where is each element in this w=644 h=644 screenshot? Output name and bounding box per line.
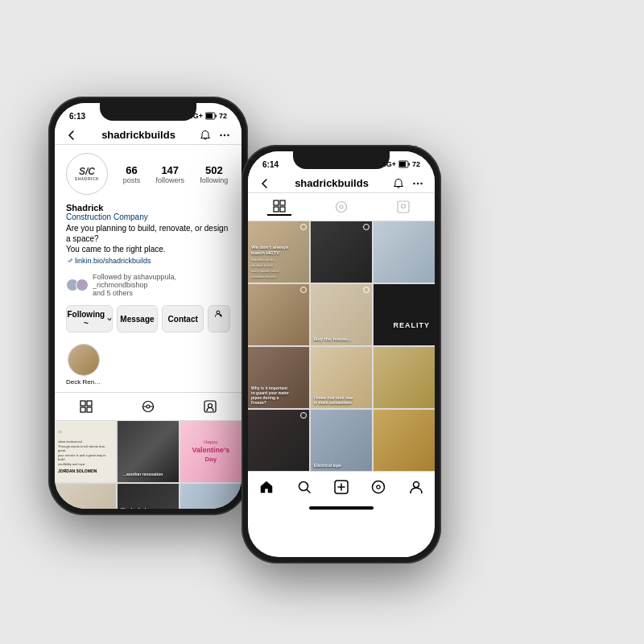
home-indicator-2 [248, 501, 435, 515]
add-icon-2 [334, 480, 349, 494]
svg-point-45 [301, 412, 307, 418]
nav-bar-2: shadrickbuilds [248, 174, 435, 193]
svg-rect-33 [274, 200, 279, 205]
svg-point-3 [220, 134, 221, 135]
person-icon [215, 310, 223, 318]
p2-grid-item-3[interactable] [374, 221, 435, 283]
p2-grid-item-6[interactable]: REALITY [374, 284, 435, 345]
svg-rect-39 [398, 201, 409, 213]
bell-icon-2[interactable] [393, 178, 404, 189]
p2-grid-item-12[interactable] [374, 410, 435, 471]
svg-point-43 [301, 287, 307, 292]
tab-reels-1[interactable] [136, 398, 160, 415]
tab-reels-2[interactable] [329, 198, 353, 216]
p2-grid-item-11[interactable]: Electrical tape [311, 410, 372, 471]
p2-grid-item-9[interactable] [374, 347, 435, 408]
bell-icon-1[interactable] [200, 130, 211, 141]
svg-point-18 [208, 404, 213, 408]
reels-nav-icon-2 [371, 480, 386, 494]
photo-grid-2: We don't alwayswatch HGTVBut when we do,… [248, 221, 435, 471]
nav-username-1: shadrickbuilds [101, 129, 175, 141]
tab-bar-1 [55, 393, 242, 421]
back-icon-2[interactable] [259, 178, 270, 189]
more-icon-1[interactable] [219, 130, 230, 141]
p2-grid-item-7[interactable]: Why is it importantto guard your waterpi… [248, 347, 309, 408]
reels-icon-1 [142, 400, 155, 413]
posts-label: posts [123, 176, 141, 184]
tab-tagged-1[interactable] [198, 398, 222, 415]
followers-label: followers [155, 176, 184, 184]
tab-tagged-2[interactable] [391, 198, 415, 216]
svg-rect-1 [215, 115, 217, 118]
reels-nav-2[interactable] [364, 477, 393, 497]
bio-link-1[interactable]: linkin.bio/shadrickbuilds [66, 257, 230, 265]
highlight-circle-1 [68, 344, 100, 376]
bio-text-1: Are you planning to build, renovate, or … [66, 223, 230, 254]
back-icon-1[interactable] [66, 130, 77, 141]
tab-grid-2[interactable] [267, 198, 291, 216]
bio-category-1: Construction Company [66, 213, 230, 221]
p2-grid-item-5[interactable]: Buy the house... [311, 284, 372, 345]
tab-grid-1[interactable] [74, 398, 98, 415]
reel-badge-icon-4 [363, 287, 369, 293]
contact-button[interactable]: Contact [162, 305, 204, 332]
following-stat[interactable]: 502 following [200, 164, 228, 184]
svg-point-41 [301, 225, 307, 230]
message-button[interactable]: Message [117, 305, 159, 332]
scene: 6:13 5G+ 72 [0, 0, 644, 644]
svg-point-30 [413, 182, 415, 184]
follower-avatars-1 [66, 279, 89, 291]
svg-line-47 [307, 489, 310, 493]
svg-point-38 [340, 205, 343, 208]
svg-point-37 [336, 202, 346, 213]
status-time-1: 6:13 [69, 112, 85, 121]
svg-point-44 [364, 287, 369, 292]
p2-grid-item-4[interactable] [248, 284, 309, 345]
notch-2 [293, 151, 390, 169]
battery-pct-1: 72 [219, 112, 227, 120]
more-icon-2[interactable] [412, 178, 423, 189]
grid-item-1-6[interactable] [180, 484, 242, 509]
grid-item-1-3[interactable]: Happy Valentine's Day [180, 421, 242, 482]
notch [100, 103, 196, 121]
grid-item-1-2[interactable]: ...another renovation [118, 421, 179, 482]
search-nav-2[interactable] [290, 477, 319, 497]
highlight-deck[interactable]: Deck Renov... [66, 344, 101, 386]
svg-point-52 [377, 485, 380, 489]
p2-grid-item-2[interactable] [311, 221, 372, 283]
tagged-icon-2 [397, 200, 410, 213]
posts-stat: 66 posts [123, 164, 141, 184]
p2-grid-item-10[interactable] [248, 410, 309, 471]
followers-stat[interactable]: 147 followers [155, 164, 184, 184]
photo-grid-1: " client testimonialThrough words to tel… [55, 421, 242, 509]
svg-rect-35 [274, 207, 279, 212]
person-add-button[interactable] [208, 305, 230, 332]
bottom-nav-2 [248, 471, 435, 501]
following-button[interactable]: Following ~ [66, 305, 113, 332]
reel-badge-icon-1 [300, 224, 307, 230]
grid-item-1-4[interactable] [55, 484, 116, 509]
bio-section-1: Shadrick Construction Company Are you pl… [55, 201, 242, 270]
grid-item-1-1[interactable]: " client testimonialThrough words to tel… [55, 421, 116, 482]
following-num: 502 [205, 164, 223, 176]
chevron-down-icon [107, 316, 112, 322]
stats-1: 66 posts 147 followers 502 following [121, 164, 230, 184]
tagged-icon-1 [204, 400, 217, 413]
svg-point-51 [373, 481, 385, 493]
grid-item-1-5[interactable]: We don't alwayswatch HGTVBut when we do,… [118, 484, 179, 509]
add-nav-2[interactable] [327, 477, 356, 497]
svg-rect-17 [204, 401, 216, 412]
battery-icon-1 [205, 112, 217, 120]
home-bar-2 [309, 506, 374, 510]
svg-point-31 [417, 182, 419, 184]
home-nav-2[interactable] [252, 477, 281, 497]
followed-text-1: Followed by ashavuppula, _richmondbishop… [93, 273, 230, 297]
profile-nav-2[interactable] [402, 477, 431, 497]
svg-point-32 [420, 182, 422, 184]
svg-point-4 [224, 134, 225, 135]
svg-point-14 [147, 405, 150, 408]
tab-bar-2 [248, 193, 435, 221]
svg-rect-34 [280, 200, 285, 205]
p2-grid-item-1[interactable]: We don't alwayswatch HGTVBut when we do,… [248, 221, 309, 283]
p2-grid-item-8[interactable]: I knew that stud wasin there somewhere [311, 347, 372, 408]
